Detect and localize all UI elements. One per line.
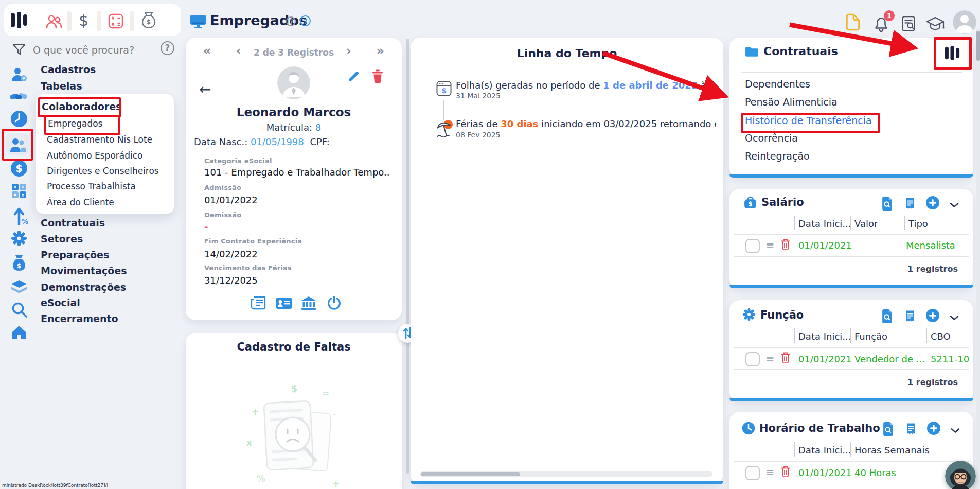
field-value: 31/12/2025	[204, 275, 258, 286]
row-drag-handle[interactable]: ≡	[765, 239, 775, 252]
timeline-hscrollbar-thumb[interactable]	[421, 472, 520, 476]
row-drag-handle[interactable]: ≡	[765, 466, 775, 479]
divider	[734, 347, 969, 348]
help-button[interactable]: ?	[161, 41, 174, 55]
sidebar-item-contratuais[interactable]: Contratuais	[41, 217, 105, 229]
column-header[interactable]: Valor	[854, 218, 878, 229]
folder-icon	[745, 46, 759, 59]
field-label: Fim Contrato Experiência	[204, 237, 302, 245]
audit-doc-icon[interactable]	[901, 15, 916, 34]
training-cap-icon[interactable]	[926, 16, 945, 33]
row-delete-icon[interactable]	[781, 352, 790, 365]
topbar-divider	[130, 11, 134, 31]
search-input[interactable]	[32, 41, 155, 59]
timeline-hscrollbar[interactable]	[420, 471, 712, 477]
column-header[interactable]: Data Inici...	[798, 218, 851, 229]
bank-icon[interactable]	[301, 296, 316, 312]
module-calculator-icon[interactable]	[108, 13, 123, 31]
sidebar-icon-person-settings[interactable]	[10, 66, 28, 85]
newspaper-icon[interactable]	[251, 296, 266, 312]
sidebar-icon-handshake[interactable]	[9, 90, 28, 106]
salary-bag-icon: $	[743, 195, 757, 212]
column-header[interactable]: Função	[854, 331, 887, 342]
module-moneybag-icon[interactable]: $	[141, 11, 156, 31]
salario-accent-bar	[729, 285, 973, 288]
annotation-box-empregados	[44, 115, 120, 135]
row-delete-icon[interactable]	[781, 466, 790, 479]
sidebar-item-esocial[interactable]: eSocial	[41, 297, 80, 308]
submenu-item-autonomo[interactable]: Autônomo Esporádico	[47, 150, 142, 161]
app-logo-icon[interactable]	[10, 11, 28, 29]
column-header[interactable]: Data Inici...	[798, 445, 851, 456]
sidebar-item-tabelas[interactable]: Tabelas	[41, 80, 82, 92]
add-button[interactable]	[925, 196, 940, 212]
module-people-icon[interactable]	[45, 14, 63, 31]
report-icon[interactable]	[882, 422, 894, 438]
sidebar-icon-payroll[interactable]: $	[10, 160, 28, 179]
id-card-icon[interactable]	[276, 297, 292, 311]
timeline-item1-mid: à	[698, 80, 709, 91]
row-checkbox[interactable]	[745, 352, 760, 366]
sidebar-icon-moneybag[interactable]: $	[11, 254, 27, 274]
sidebar-item-cadastros[interactable]: Cadastros	[41, 64, 96, 75]
contratuais-item-dependentes[interactable]: Dependentes	[745, 78, 810, 90]
column-header[interactable]: CBO	[931, 331, 951, 342]
info-icon[interactable]: i	[286, 16, 296, 26]
report-icon[interactable]	[881, 197, 893, 213]
contratuais-item-reintegracao[interactable]: Reintegração	[745, 150, 810, 162]
panel-resize-divider[interactable]	[406, 39, 409, 474]
submenu-item-cadastramento-nis[interactable]: Cadastramento Nis Lote	[47, 134, 152, 145]
row-tipo: Mensalista	[906, 240, 955, 251]
contratuais-item-pensao[interactable]: Pensão Alimenticia	[745, 96, 838, 108]
sidebar-icon-raise-percent[interactable]: %	[12, 207, 28, 228]
row-checkbox[interactable]	[745, 239, 760, 253]
sidebar-item-encerramento[interactable]: Encerramento	[41, 313, 118, 324]
chevron-down-icon[interactable]	[951, 426, 960, 435]
sidebar-icon-layers[interactable]	[10, 279, 28, 298]
sidebar-icon-clock[interactable]	[10, 110, 28, 130]
history-icon[interactable]	[905, 309, 915, 325]
back-button[interactable]: ←	[199, 81, 211, 98]
submenu-item-area-cliente[interactable]: Área do Cliente	[47, 197, 114, 207]
page-scrollbar-thumb[interactable]	[976, 31, 980, 61]
row-checkbox[interactable]	[745, 466, 760, 480]
edit-button[interactable]	[347, 71, 360, 85]
notes-icon[interactable]	[846, 13, 860, 33]
sidebar-icon-magnifier[interactable]	[11, 302, 28, 320]
sidebar-icon-gear[interactable]	[10, 230, 28, 249]
row-drag-handle[interactable]: ≡	[765, 353, 775, 365]
add-button[interactable]	[926, 421, 941, 438]
svg-text:x: x	[246, 438, 252, 448]
report-icon[interactable]	[881, 309, 893, 325]
column-header[interactable]: Horas Semanais	[854, 445, 930, 456]
support-chat-avatar[interactable]	[945, 461, 976, 489]
pager-last-button[interactable]: »	[376, 44, 384, 58]
svg-text:$: $	[291, 383, 297, 394]
chevron-down-icon[interactable]	[950, 200, 959, 210]
column-header[interactable]: Tipo	[908, 218, 928, 229]
pager-next-button[interactable]: ›	[346, 44, 351, 58]
contratuais-item-ocorrencia[interactable]: Ocorrência	[745, 132, 798, 144]
submenu-item-processo[interactable]: Processo Trabalhista	[47, 181, 136, 191]
delete-button[interactable]	[372, 69, 383, 85]
history-icon[interactable]	[906, 422, 916, 438]
sidebar-item-setores[interactable]: Setores	[41, 233, 83, 244]
user-avatar[interactable]	[953, 10, 976, 34]
row-delete-icon[interactable]	[781, 239, 790, 252]
help-icon[interactable]: ?	[300, 15, 311, 26]
sidebar-item-movimentacoes[interactable]: Movimentações	[41, 265, 127, 276]
column-header[interactable]: Data Inici...	[798, 331, 851, 342]
sidebar-item-preparacoes[interactable]: Preparações	[41, 249, 109, 260]
power-icon[interactable]	[327, 296, 341, 312]
sidebar-icon-home[interactable]	[11, 324, 27, 342]
sidebar-item-demonstracoes[interactable]: Demonstrações	[41, 282, 126, 293]
page-scrollbar[interactable]	[976, 29, 980, 489]
chevron-down-icon[interactable]	[950, 313, 959, 323]
filter-icon[interactable]	[12, 43, 26, 58]
module-dollar-icon[interactable]: $	[79, 11, 88, 29]
add-button[interactable]	[925, 308, 940, 325]
sidebar-icon-calculator[interactable]	[11, 183, 27, 201]
submenu-item-dirigentes[interactable]: Dirigentes e Conselheiros	[47, 166, 159, 176]
history-icon[interactable]	[905, 197, 915, 213]
funcao-gear-icon	[742, 307, 756, 324]
